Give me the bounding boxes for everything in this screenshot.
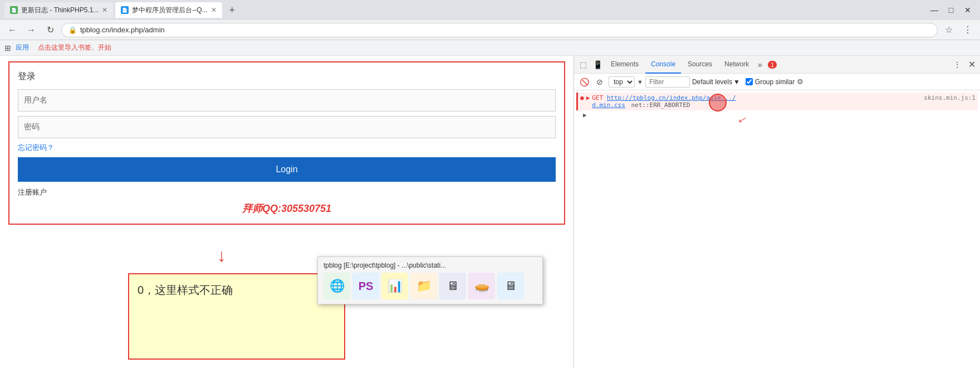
bookmarks-label[interactable]: 应用 bbox=[16, 43, 29, 52]
tab-1-label: 更新日志 - ThinkPHP5.1... bbox=[21, 6, 99, 15]
settings-gear-icon[interactable]: ⚙ bbox=[797, 78, 803, 86]
context-selector[interactable]: top bbox=[609, 76, 635, 88]
phpstorm-icon[interactable]: PS bbox=[352, 273, 379, 299]
main-area: 登录 用户名 密码 忘记密码？ Login 注册账户 拜师QQ:30553075… bbox=[0, 56, 980, 368]
bookmarks-link[interactable]: 点击这里导入书签、开始 bbox=[38, 43, 111, 52]
folder-icon[interactable]: 📊 bbox=[381, 273, 408, 299]
login-button[interactable]: Login bbox=[18, 157, 556, 182]
tab-1[interactable]: 📄 更新日志 - ThinkPHP5.1... ✕ bbox=[4, 2, 113, 18]
group-similar-checkbox[interactable] bbox=[746, 78, 753, 85]
arrow-down-icon: ↓ bbox=[217, 245, 226, 266]
bookmarks-icon: ⊞ bbox=[4, 43, 11, 52]
devtools-toolbar: 🚫 ⊘ top ▼ Default levels ▼ Group similar… bbox=[574, 74, 980, 90]
error-details: net::ERR_ABORTED bbox=[631, 101, 690, 109]
style-error-annotation: 0，这里样式不正确 bbox=[128, 273, 345, 360]
tab-elements[interactable]: Elements bbox=[605, 56, 644, 74]
tab-1-icon: 📄 bbox=[10, 6, 18, 14]
style-error-text: 0，这里样式不正确 bbox=[138, 284, 233, 296]
device-toolbar-button[interactable]: 📱 bbox=[591, 58, 604, 71]
address-bar-row: ← → ↻ 🔒 tpblog.cn/index.php/admin ☆ ⋮ bbox=[0, 20, 980, 40]
chrome-icon[interactable]: 🌐 bbox=[324, 273, 350, 299]
register-link[interactable]: 注册账户 bbox=[18, 187, 556, 197]
address-text: tpblog.cn/index.php/admin bbox=[80, 26, 165, 34]
error-source: skins.min.js:1 bbox=[924, 94, 976, 101]
default-levels-button[interactable]: Default levels ▼ bbox=[692, 78, 740, 86]
lock-icon: 🔒 bbox=[68, 26, 77, 34]
tab-2[interactable]: 📄 梦中程序员管理后台--Q... ✕ bbox=[115, 2, 222, 18]
tab-1-close[interactable]: ✕ bbox=[102, 6, 107, 14]
devtools-tabs: ⬚ 📱 Elements Console Sources Network » 1… bbox=[574, 56, 980, 74]
username-field[interactable]: 用户名 bbox=[18, 89, 556, 112]
console-error-row: ● ▶ GET http://tpblog.cn/index.php/asse.… bbox=[576, 93, 978, 110]
bookmark-star[interactable]: ☆ bbox=[941, 22, 957, 38]
devtools-console: ● ▶ GET http://tpblog.cn/index.php/asse.… bbox=[574, 90, 980, 303]
tab-2-icon: 📄 bbox=[121, 6, 129, 14]
inspect-element-button[interactable]: ⬚ bbox=[576, 58, 590, 71]
pie-icon[interactable]: 🥧 bbox=[468, 273, 495, 299]
bookmarks-bar: ⊞ 应用 点击这里导入书签、开始 bbox=[0, 40, 980, 56]
menu-button[interactable]: ⋮ bbox=[960, 22, 976, 38]
devtools-panel: ⬚ 📱 Elements Console Sources Network » 1… bbox=[574, 56, 980, 368]
console-settings-button[interactable]: ⊘ bbox=[593, 75, 606, 89]
password-field[interactable]: 密码 bbox=[18, 116, 556, 138]
files-icon[interactable]: 📁 bbox=[410, 273, 437, 299]
group-similar-label: Group similar bbox=[755, 78, 795, 86]
default-levels-arrow: ▼ bbox=[733, 78, 740, 86]
devtools-options-button[interactable]: ⋮ bbox=[950, 58, 964, 71]
monitor-icon[interactable]: 🖥 bbox=[497, 273, 524, 299]
tab-console[interactable]: Console bbox=[645, 56, 681, 74]
dropdown-arrow-icon: ▼ bbox=[637, 79, 643, 85]
filter-input[interactable] bbox=[645, 76, 690, 88]
console-caret: ▶ bbox=[576, 112, 978, 119]
forgot-link[interactable]: 忘记密码？ bbox=[18, 143, 556, 153]
reload-button[interactable]: ↻ bbox=[42, 22, 58, 38]
error-icon: ● bbox=[580, 94, 584, 101]
taskbar-icons: 🌐 PS 📊 📁 🖥 🥧 🖥 bbox=[324, 273, 537, 299]
forward-button[interactable]: → bbox=[23, 22, 39, 38]
clear-console-button[interactable]: 🚫 bbox=[577, 75, 591, 89]
window-controls: — □ ✕ bbox=[927, 4, 976, 16]
browser-window: 📄 更新日志 - ThinkPHP5.1... ✕ 📄 梦中程序员管理后台--Q… bbox=[0, 0, 980, 368]
new-tab-button[interactable]: + bbox=[224, 2, 240, 18]
error-badge: 1 bbox=[768, 61, 777, 69]
console-error-text: GET http://tpblog.cn/index.php/asse.../d… bbox=[592, 94, 922, 109]
more-tabs-button[interactable]: » bbox=[756, 60, 765, 69]
login-title: 登录 bbox=[18, 71, 556, 83]
triangle-icon: ▶ bbox=[586, 94, 590, 101]
taskbar-popup: tpblog [E:\project\tpblog] - ...\public\… bbox=[317, 256, 543, 304]
tab-2-label: 梦中程序员管理后台--Q... bbox=[132, 6, 207, 15]
maximize-button[interactable]: □ bbox=[943, 4, 959, 16]
tab-network[interactable]: Network bbox=[719, 56, 754, 74]
back-button[interactable]: ← bbox=[4, 22, 20, 38]
webpage-panel: 登录 用户名 密码 忘记密码？ Login 注册账户 拜师QQ:30553075… bbox=[0, 56, 574, 368]
devtools-close-button[interactable]: ✕ bbox=[966, 59, 978, 70]
login-container: 登录 用户名 密码 忘记密码？ Login 注册账户 拜师QQ:30553075… bbox=[8, 61, 565, 225]
close-button[interactable]: ✕ bbox=[960, 4, 976, 16]
title-bar: 📄 更新日志 - ThinkPHP5.1... ✕ 📄 梦中程序员管理后台--Q… bbox=[0, 0, 980, 20]
network-icon[interactable]: 🖥 bbox=[439, 273, 466, 299]
taskbar-popup-title: tpblog [E:\project\tpblog] - ...\public\… bbox=[324, 262, 537, 269]
tab-2-close[interactable]: ✕ bbox=[211, 6, 217, 14]
qq-text: 拜师QQ:305530751 bbox=[18, 202, 556, 215]
tab-sources[interactable]: Sources bbox=[682, 56, 718, 74]
minimize-button[interactable]: — bbox=[927, 4, 942, 16]
address-box[interactable]: 🔒 tpblog.cn/index.php/admin bbox=[61, 23, 938, 37]
